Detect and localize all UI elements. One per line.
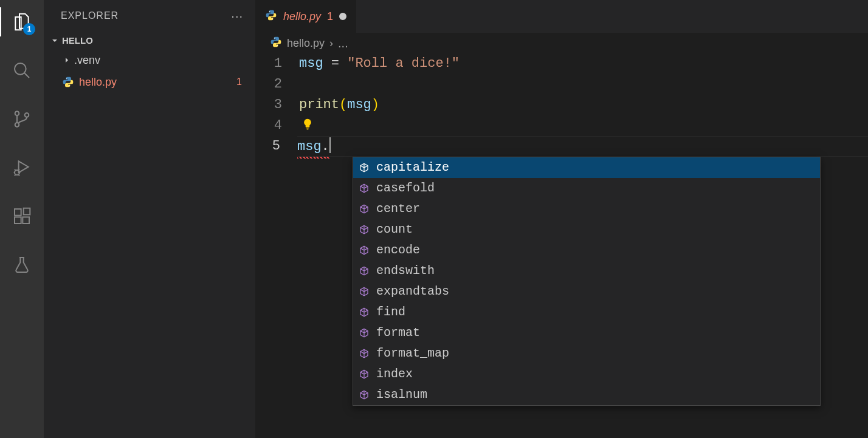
line-number: 3 <box>255 95 299 115</box>
method-icon <box>358 306 370 318</box>
suggest-label: format_map <box>376 343 449 364</box>
breadcrumb-separator: › <box>329 37 333 50</box>
code-editor[interactable]: 1 msg = "Roll a dice!" 2 3 print(msg) 4 … <box>255 53 868 438</box>
svg-point-10 <box>69 86 70 86</box>
line-number: 2 <box>255 74 299 95</box>
svg-point-3 <box>25 113 29 117</box>
method-icon <box>358 162 370 174</box>
activity-extensions[interactable] <box>7 202 36 231</box>
line-number: 1 <box>255 53 299 74</box>
beaker-icon <box>12 255 32 275</box>
suggest-label: count <box>376 219 413 240</box>
python-icon <box>270 36 282 51</box>
activity-testing[interactable] <box>7 250 36 279</box>
suggest-label: find <box>376 302 405 323</box>
code-line-3: print(msg) <box>299 95 379 115</box>
tree-file-hello[interactable]: hello.py 1 <box>50 71 255 93</box>
svg-point-2 <box>15 123 19 127</box>
svg-point-14 <box>277 45 278 46</box>
suggest-item[interactable]: format <box>353 323 820 343</box>
python-icon <box>62 76 74 88</box>
suggest-item[interactable]: expandtabs <box>353 281 820 302</box>
play-bug-icon <box>12 158 32 177</box>
suggest-item[interactable]: encode <box>353 240 820 261</box>
breadcrumb-file: hello.py <box>287 37 325 50</box>
tree-folder-venv[interactable]: .venv <box>50 49 255 71</box>
suggest-label: format <box>376 323 420 343</box>
suggest-item[interactable]: casefold <box>353 178 820 199</box>
svg-point-9 <box>66 78 67 78</box>
tree-item-error-count: 1 <box>236 77 242 87</box>
activity-search[interactable] <box>7 56 36 85</box>
python-icon <box>265 9 277 24</box>
suggest-label: endswith <box>376 261 435 281</box>
explorer-badge: 1 <box>23 23 35 35</box>
search-icon <box>12 61 32 80</box>
svg-point-0 <box>15 63 26 75</box>
activity-source-control[interactable] <box>7 104 36 134</box>
svg-point-11 <box>269 11 270 12</box>
method-icon <box>358 244 370 256</box>
method-icon <box>358 203 370 215</box>
code-line-1: msg = "Roll a dice!" <box>299 53 460 74</box>
intellisense-popup: capitalizecasefoldcentercountencodeendsw… <box>353 157 821 406</box>
sidebar-more-button[interactable]: ··· <box>231 9 243 23</box>
activity-bar: 1 <box>0 0 44 438</box>
chevron-right-icon <box>62 55 72 65</box>
svg-rect-6 <box>15 217 21 224</box>
sidebar-header: EXPLORER ··· <box>44 0 255 32</box>
tab-hello[interactable]: hello.py 1 <box>255 0 357 33</box>
method-icon <box>358 286 370 298</box>
suggest-label: center <box>376 199 420 219</box>
folder-name: HELLO <box>62 35 93 46</box>
tab-filename: hello.py <box>283 10 321 23</box>
svg-point-1 <box>15 111 19 115</box>
code-line-5: msg. <box>297 136 868 157</box>
svg-point-13 <box>274 38 275 38</box>
line-number: 5 <box>255 136 297 157</box>
suggest-label: isalnum <box>376 385 427 405</box>
activity-run-debug[interactable] <box>7 153 36 182</box>
method-icon <box>358 265 370 277</box>
tree-item-label: hello.py <box>79 76 117 89</box>
method-icon <box>358 327 370 339</box>
tabs-bar: hello.py 1 <box>255 0 868 33</box>
suggest-label: index <box>376 364 413 385</box>
svg-rect-8 <box>24 208 30 215</box>
method-icon <box>358 347 370 360</box>
breadcrumb-tail: ... <box>338 36 348 50</box>
text-cursor <box>329 137 331 153</box>
suggest-item[interactable]: index <box>353 364 820 385</box>
method-icon <box>358 224 370 236</box>
sidebar-title: EXPLORER <box>61 10 119 21</box>
method-icon <box>358 368 370 380</box>
suggest-item[interactable]: find <box>353 302 820 323</box>
suggest-label: casefold <box>376 178 435 199</box>
lightbulb-icon[interactable] <box>301 117 314 137</box>
suggest-item[interactable]: capitalize <box>353 157 820 178</box>
explorer-sidebar: EXPLORER ··· HELLO .venv hello.py 1 <box>44 0 255 438</box>
line-number: 4 <box>255 115 299 136</box>
svg-point-12 <box>272 18 273 19</box>
method-icon <box>358 182 370 194</box>
suggest-label: capitalize <box>376 157 449 178</box>
chevron-down-icon <box>50 36 60 46</box>
folder-header[interactable]: HELLO <box>44 32 255 49</box>
extensions-icon <box>12 207 32 226</box>
dirty-indicator-icon[interactable] <box>339 13 346 20</box>
activity-explorer[interactable]: 1 <box>7 7 36 36</box>
file-tree: .venv hello.py 1 <box>44 49 255 93</box>
tree-item-label: .venv <box>74 54 100 67</box>
suggest-item[interactable]: center <box>353 199 820 219</box>
breadcrumbs[interactable]: hello.py › ... <box>255 33 868 53</box>
suggest-item[interactable]: isalnum <box>353 385 820 405</box>
branch-icon <box>12 109 32 129</box>
method-icon <box>358 389 370 401</box>
suggest-item[interactable]: format_map <box>353 343 820 364</box>
svg-rect-7 <box>22 217 29 224</box>
suggest-label: expandtabs <box>376 281 449 302</box>
suggest-label: encode <box>376 240 420 261</box>
suggest-item[interactable]: endswith <box>353 261 820 281</box>
tab-error-count: 1 <box>327 10 333 23</box>
suggest-item[interactable]: count <box>353 219 820 240</box>
